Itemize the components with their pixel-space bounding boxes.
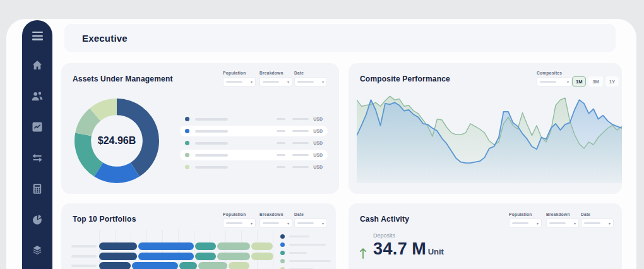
bar-segment <box>251 242 273 250</box>
series-dot <box>280 259 285 263</box>
aum-legend-row[interactable]: USD <box>180 162 328 172</box>
legend-entry[interactable] <box>280 257 331 265</box>
redacted-row-label <box>71 265 97 267</box>
legend-entry[interactable] <box>280 265 331 269</box>
cash-filter-date: Date ▾ <box>581 212 614 228</box>
breakdown-select[interactable]: ▾ <box>546 218 579 228</box>
portfolio-bar-row[interactable] <box>71 253 273 260</box>
population-select[interactable]: ▾ <box>223 218 256 228</box>
date-select[interactable]: ▾ <box>294 77 327 87</box>
date-select[interactable]: ▾ <box>581 218 614 228</box>
range-switcher: 1M 3M 1Y <box>572 76 619 87</box>
placeholder-bar <box>584 222 600 224</box>
allocation-pie-icon[interactable] <box>31 213 44 226</box>
series-dot <box>280 242 285 247</box>
breakdown-select[interactable]: ▾ <box>259 77 292 87</box>
calculator-icon[interactable] <box>31 182 44 195</box>
deposits-value: 34.7 <box>373 239 407 259</box>
legend-entry[interactable] <box>280 249 331 257</box>
portfolios-card-title: Top 10 Portfolios <box>73 215 136 224</box>
redacted-label-bar <box>289 244 326 246</box>
cash-card-title: Cash Activity <box>360 215 409 224</box>
date-select[interactable]: ▾ <box>294 218 327 228</box>
bar-segment <box>138 242 194 250</box>
range-3m-button[interactable]: 3M <box>588 76 602 87</box>
series-dot <box>185 165 189 169</box>
population-select[interactable]: ▾ <box>223 77 256 87</box>
currency-label: USD <box>313 141 323 145</box>
redacted-value-bar <box>277 130 285 133</box>
currency-label: USD <box>313 153 323 157</box>
currency-label: USD <box>313 165 323 169</box>
chevron-down-icon: ▾ <box>537 222 539 225</box>
composite-performance-card: Composite Performance Composites ▾ 1M 3M… <box>349 63 622 194</box>
breakdown-select[interactable]: ▾ <box>259 218 292 228</box>
deposits-unit-label: Unit <box>428 247 444 256</box>
redacted-label-bar <box>195 130 228 133</box>
aum-legend-row[interactable]: USD <box>180 138 328 148</box>
menu-icon[interactable] <box>32 32 43 40</box>
currency-label: USD <box>313 117 323 121</box>
bar-segment <box>229 262 249 269</box>
filter-label: Breakdown <box>259 212 292 217</box>
home-icon[interactable] <box>31 59 44 71</box>
range-1m-button[interactable]: 1M <box>572 76 586 87</box>
legend-entry[interactable] <box>280 241 331 249</box>
chevron-down-icon: ▾ <box>287 222 289 225</box>
redacted-value-bar <box>277 118 285 121</box>
stacked-bar-rows <box>71 242 273 269</box>
portfolios-legend <box>280 232 331 269</box>
composites-select[interactable]: ▾ <box>537 77 572 87</box>
bar-segment <box>198 262 227 269</box>
aum-legend-row[interactable]: USD <box>180 114 328 124</box>
placeholder-bar <box>297 222 314 224</box>
redacted-label-bar <box>289 252 307 254</box>
layers-icon[interactable] <box>31 244 44 257</box>
population-select[interactable]: ▾ <box>509 218 542 228</box>
chevron-down-icon: ▾ <box>322 80 324 84</box>
range-1y-button[interactable]: 1Y <box>605 76 619 87</box>
legend-entry[interactable] <box>280 232 331 241</box>
redacted-label-bar <box>195 118 228 121</box>
deposits-label: Deposits <box>373 232 444 239</box>
bar-segment <box>99 242 137 250</box>
filter-label: Date <box>294 212 327 217</box>
chevron-down-icon: ▾ <box>567 80 569 84</box>
aum-legend-row[interactable]: USD <box>180 126 328 136</box>
redacted-value-bar <box>292 154 309 157</box>
transactions-icon[interactable] <box>31 152 44 164</box>
series-dot <box>185 129 189 133</box>
portfolios-filter-date: Date ▾ <box>294 212 327 228</box>
cash-filter-population: Population ▾ <box>509 212 542 228</box>
chevron-down-icon: ▾ <box>609 222 611 225</box>
portfolio-bar-row[interactable] <box>71 242 273 250</box>
redacted-value-bar <box>292 142 309 145</box>
placeholder-bar <box>263 222 279 224</box>
placeholder-bar <box>226 81 242 83</box>
filter-label: Population <box>509 212 542 217</box>
filter-label: Date <box>294 71 327 75</box>
bar-segment <box>179 262 197 269</box>
chevron-down-icon: ▾ <box>322 222 324 225</box>
redacted-value-bar <box>292 166 309 169</box>
series-dot <box>280 234 285 239</box>
series-dot <box>280 251 285 255</box>
portfolio-bar-row[interactable] <box>71 262 273 269</box>
bar-segment <box>99 253 137 260</box>
clients-icon[interactable] <box>31 90 44 102</box>
portfolios-filter-population: Population ▾ <box>223 212 256 228</box>
series-dot <box>185 117 189 121</box>
redacted-label-bar <box>195 166 228 169</box>
aum-donut-chart <box>74 98 160 184</box>
performance-icon[interactable] <box>31 121 44 133</box>
redacted-label-bar <box>289 236 309 238</box>
page-header: Executive <box>64 24 616 52</box>
page-title: Executive <box>82 33 128 44</box>
redacted-value-bar <box>292 118 309 121</box>
aum-legend-row[interactable]: USD <box>180 150 328 160</box>
aum-legend: USD USD USD USD <box>180 114 328 174</box>
redacted-value-bar <box>277 166 285 169</box>
filter-label: Breakdown <box>546 212 579 217</box>
redacted-value-bar <box>277 154 285 157</box>
bar-segment <box>251 253 273 260</box>
